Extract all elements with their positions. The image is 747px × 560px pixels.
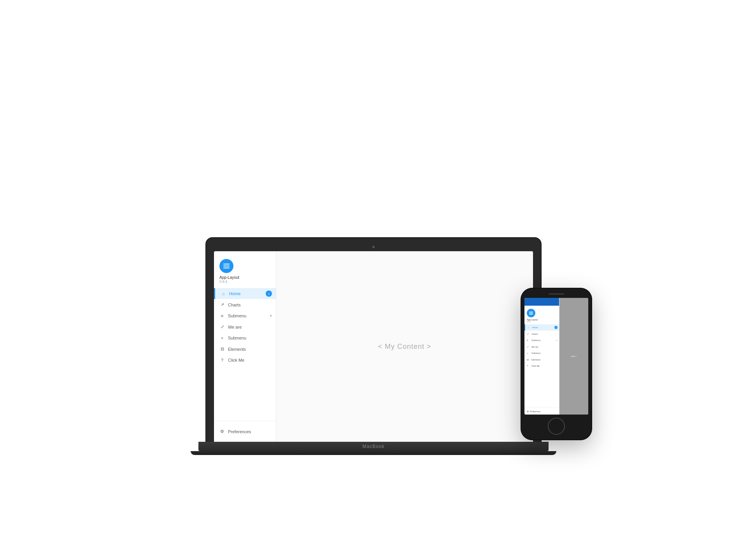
laptop-device: App-Layout 0.9.4 ⌂ Home 1 ↗ Ch: [206, 238, 541, 455]
svg-rect-0: [223, 264, 230, 264]
share-icon: ⤢: [219, 324, 225, 329]
phone-nav-label-submenu2: Submenu: [531, 352, 541, 354]
phone-nav-elements[interactable]: ⊟ Elements: [524, 356, 559, 363]
svg-rect-4: [529, 313, 533, 313]
sidebar-item-submenu[interactable]: ≡ Submenu ▾: [214, 310, 276, 321]
app-version: 0.9.4: [219, 280, 227, 284]
sidebar-logo-area: App-Layout 0.9.4: [214, 251, 276, 288]
phone-nav-label-charts: Charts: [531, 333, 538, 335]
phone-screen: App-Layout 0.9.4 ⌂ Home 1 ↗ Charts ≡ Sub…: [524, 298, 588, 415]
phone-main-content: ent >: [559, 298, 588, 415]
phone-list-icon: ≡: [527, 339, 530, 341]
phone-home-button[interactable]: [548, 418, 565, 435]
phone-plus-icon: +: [527, 352, 530, 354]
phone-menu-icon: [529, 311, 533, 315]
content-placeholder: < My Content >: [378, 343, 431, 351]
phone-question-icon: ?: [527, 365, 530, 367]
phone-chart-icon: ↗: [527, 332, 530, 335]
phone-app-version: 0.9.4: [527, 321, 557, 323]
scene: App-Layout 0.9.4 ⌂ Home 1 ↗ Ch: [140, 105, 607, 455]
app-main-content: < My Content >: [276, 251, 533, 442]
sidebar-nav: ⌂ Home 1 ↗ Charts ≡ Submenu: [214, 288, 276, 421]
phone-nav-label-home: Home: [532, 326, 538, 329]
nav-label-submenu: Submenu: [228, 313, 246, 318]
app-name: App-Layout: [219, 275, 239, 280]
home-icon: ⌂: [221, 291, 226, 296]
phone-sidebar: App-Layout 0.9.4 ⌂ Home 1 ↗ Charts ≡ Sub…: [524, 298, 559, 415]
phone-nav-submenu[interactable]: ≡ Submenu ▾: [524, 337, 559, 343]
phone-nav-charts[interactable]: ↗ Charts: [524, 331, 559, 337]
question-icon: ?: [219, 358, 225, 362]
phone-nav-submenu2[interactable]: + Submenu: [524, 350, 559, 356]
phone-share-icon: ⤢: [527, 345, 530, 348]
app-sidebar: App-Layout 0.9.4 ⌂ Home 1 ↗ Ch: [214, 251, 276, 442]
phone-elements-icon: ⊟: [527, 358, 530, 361]
sidebar-item-submenu2[interactable]: + Submenu: [214, 332, 276, 343]
phone-home-badge: 1: [554, 326, 558, 329]
svg-rect-2: [223, 268, 230, 268]
home-badge: 1: [266, 290, 272, 297]
sidebar-item-elements[interactable]: ⊟ Elements: [214, 343, 276, 355]
phone-nav-label-elements: Elements: [531, 359, 540, 361]
laptop-camera: [372, 246, 375, 248]
sidebar-item-home[interactable]: ⌂ Home 1: [214, 288, 276, 299]
list-icon: ≡: [219, 313, 225, 318]
sidebar-item-preferences[interactable]: ⚙ Preferences: [219, 426, 270, 437]
phone-nav-label-submenu: Submenu: [531, 339, 541, 341]
phone-sidebar-bottom[interactable]: ⚙ Preferences: [524, 408, 559, 415]
laptop-foot: [191, 451, 556, 455]
phone-nav-label-preferences: Preferences: [530, 410, 540, 413]
nav-label-preferences: Preferences: [228, 429, 251, 434]
phone-top-bar: [524, 298, 559, 306]
gear-icon: ⚙: [219, 429, 225, 434]
phone-speaker: [549, 293, 564, 295]
sidebar-item-click-me[interactable]: ? Click Me: [214, 355, 276, 366]
phone-content-placeholder: ent >: [571, 355, 577, 357]
nav-label-click-me: Click Me: [228, 358, 244, 362]
phone-chevron-icon: ▾: [556, 339, 558, 341]
laptop-base: [198, 442, 549, 451]
phone-nav-label-we-are: We are: [531, 346, 538, 348]
nav-label-we-are: We are: [228, 325, 242, 329]
nav-label-elements: Elements: [228, 347, 246, 352]
chevron-down-icon: ▾: [270, 314, 272, 318]
phone-nav-click-me[interactable]: ? Click Me: [524, 363, 559, 369]
phone-nav-home[interactable]: ⌂ Home 1: [524, 324, 559, 331]
elements-icon: ⊟: [219, 346, 225, 352]
sidebar-item-we-are[interactable]: ⤢ We are: [214, 321, 276, 332]
phone-gear-icon: ⚙: [527, 410, 529, 413]
nav-label-home: Home: [229, 291, 240, 296]
logo-circle[interactable]: [219, 259, 233, 273]
laptop-screen: App-Layout 0.9.4 ⌂ Home 1 ↗ Ch: [214, 251, 533, 442]
svg-rect-3: [529, 312, 533, 312]
phone-logo-area: App-Layout 0.9.4: [524, 306, 559, 324]
phone-home-icon: ⌂: [528, 326, 531, 329]
phone-nav-we-are[interactable]: ⤢ We are: [524, 343, 559, 350]
sidebar-bottom: ⚙ Preferences: [214, 421, 276, 442]
phone-device: App-Layout 0.9.4 ⌂ Home 1 ↗ Charts ≡ Sub…: [521, 289, 591, 439]
menu-icon: [223, 262, 230, 270]
phone-logo-circle[interactable]: [527, 309, 535, 317]
sidebar-item-charts[interactable]: ↗ Charts: [214, 299, 276, 310]
phone-nav-label-click-me: Click Me: [531, 365, 540, 367]
nav-label-submenu2: Submenu: [228, 336, 246, 340]
svg-rect-5: [529, 314, 533, 315]
laptop-bezel: App-Layout 0.9.4 ⌂ Home 1 ↗ Ch: [206, 238, 541, 442]
svg-rect-1: [223, 266, 230, 266]
nav-label-charts: Charts: [228, 303, 240, 307]
chart-icon: ↗: [219, 302, 225, 307]
plus-icon: +: [219, 336, 225, 340]
